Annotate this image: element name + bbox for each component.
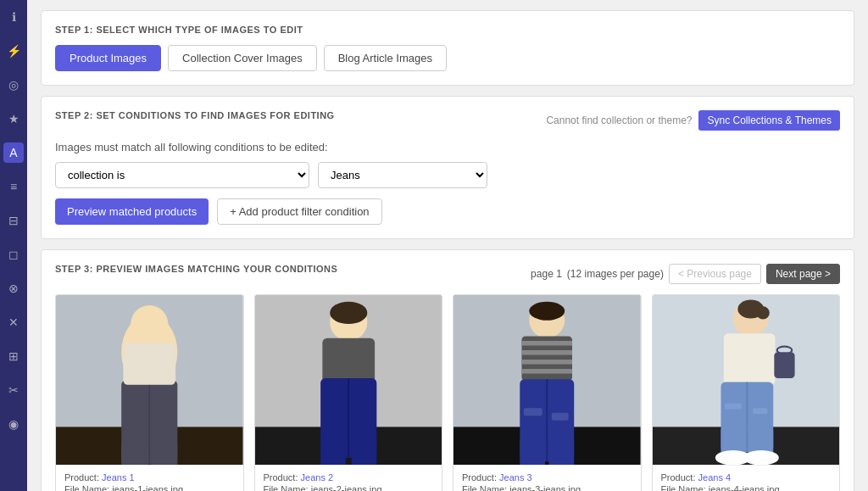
step3-header: STEP 3: PREVIEW IMAGES MATCHING YOUR CON… [55, 264, 840, 284]
step2-section: STEP 2: SET CONDITIONS TO FIND IMAGES FO… [41, 96, 854, 239]
product-label-4: Product: Jeans 4 [661, 472, 832, 483]
svg-rect-26 [521, 341, 572, 346]
pagination: page 1 (12 images per page) < Previous p… [531, 264, 840, 284]
image-type-buttons: Product Images Collection Cover Images B… [55, 45, 840, 71]
svg-rect-17 [320, 436, 346, 465]
product-link-3[interactable]: Jeans 3 [499, 472, 532, 483]
list-icon[interactable]: ≡ [3, 176, 24, 197]
info-icon[interactable]: ℹ [3, 7, 24, 27]
page-icon[interactable]: ◻ [3, 244, 24, 265]
step2-title: STEP 2: SET CONDITIONS TO FIND IMAGES FO… [55, 110, 335, 120]
product-info-1: Product: Jeans 1 File Name: jeans-1-jean… [56, 465, 243, 491]
product-info-2: Product: Jeans 2 File Name: jeans-2-jean… [255, 465, 442, 491]
condition-row: collection is product title is product t… [55, 162, 840, 188]
step3-title: STEP 3: PREVIEW IMAGES MATCHING YOUR CON… [55, 264, 337, 274]
product-label-1: Product: Jeans 1 [64, 472, 235, 483]
file-label-3: File Name: jeans-3-jeans.jpg [462, 484, 632, 491]
preview-matched-products-button[interactable]: Preview matched products [55, 198, 209, 225]
svg-rect-35 [548, 438, 574, 465]
svg-rect-42 [723, 333, 775, 385]
product-info-4: Product: Jeans 4 File Name: jeans-4-jean… [653, 465, 840, 491]
step1-section: STEP 1: SELECT WHICH TYPE OF IMAGES TO E… [41, 10, 854, 86]
product-grid: Product: Jeans 1 File Name: jeans-1-jean… [55, 294, 840, 491]
file-label-2: File Name: jeans-2-jeans.jpg [264, 484, 434, 491]
grid-icon[interactable]: ⊞ [3, 346, 24, 366]
action-buttons: Preview matched products + Add product f… [55, 198, 840, 225]
step2-header: STEP 2: SET CONDITIONS TO FIND IMAGES FO… [55, 110, 840, 131]
svg-rect-33 [552, 413, 569, 421]
collection-cover-images-button[interactable]: Collection Cover Images [168, 45, 317, 71]
adjust-icon[interactable]: ⊗ [3, 278, 24, 299]
svg-point-54 [756, 306, 769, 319]
sync-button[interactable]: Sync Collections & Themes [698, 110, 840, 131]
add-filter-condition-button[interactable]: + Add product filter condition [217, 198, 381, 225]
next-page-button[interactable]: Next page > [766, 264, 840, 284]
file-label-4: File Name: jeans-4-jeans.jpg [661, 484, 832, 491]
file-label-1: File Name: jeans-1-jeans.jpg [64, 484, 235, 491]
step1-title: STEP 1: SELECT WHICH TYPE OF IMAGES TO E… [55, 25, 840, 35]
svg-rect-29 [521, 369, 572, 374]
product-label-3: Product: Jeans 3 [462, 472, 632, 483]
product-link-2[interactable]: Jeans 2 [301, 472, 334, 483]
bolt-icon[interactable]: ⚡ [3, 41, 24, 61]
product-image-4 [653, 295, 840, 465]
product-card-3: Product: Jeans 3 File Name: jeans-3-jean… [453, 294, 642, 491]
svg-point-38 [529, 301, 565, 320]
filter-icon[interactable]: ⊟ [3, 210, 24, 231]
product-image-1 [56, 295, 243, 465]
main-content: STEP 1: SELECT WHICH TYPE OF IMAGES TO E… [27, 0, 868, 491]
page-label: page 1 [531, 268, 562, 280]
text-icon[interactable]: A [3, 142, 24, 163]
svg-rect-18 [351, 436, 376, 465]
product-card-2: Product: Jeans 2 File Name: jeans-2-jean… [254, 294, 443, 491]
svg-point-50 [743, 450, 778, 465]
svg-rect-5 [121, 441, 147, 465]
sidebar: ℹ ⚡ ◎ ★ A ≡ ⊟ ◻ ⊗ ✕ ⊞ ✂ ◉ [0, 0, 27, 491]
svg-rect-27 [521, 350, 572, 355]
svg-point-10 [131, 305, 168, 343]
drop-icon[interactable]: ◉ [3, 414, 24, 434]
conditions-intro: Images must match all following conditio… [55, 141, 840, 153]
svg-rect-28 [521, 360, 572, 365]
svg-rect-6 [151, 441, 177, 465]
product-card-4: Product: Jeans 4 File Name: jeans-4-jean… [652, 294, 841, 491]
svg-rect-9 [123, 343, 175, 385]
product-image-2 [255, 295, 442, 465]
scissors-icon[interactable]: ✂ [3, 380, 24, 400]
product-card-1: Product: Jeans 1 File Name: jeans-1-jean… [55, 294, 244, 491]
svg-rect-14 [322, 338, 375, 384]
product-info-3: Product: Jeans 3 File Name: jeans-3-jean… [453, 465, 641, 491]
product-link-4[interactable]: Jeans 4 [698, 472, 732, 483]
condition-value-select[interactable]: Jeans T-Shirts Dresses Hoodies [318, 162, 487, 188]
prev-page-button[interactable]: < Previous page [669, 264, 761, 284]
svg-rect-32 [524, 408, 542, 416]
product-images-button[interactable]: Product Images [55, 45, 161, 71]
cannot-find-hint: Cannot find collection or theme? [546, 114, 692, 126]
per-page-label: (12 images per page) [567, 268, 664, 280]
svg-rect-46 [752, 408, 767, 414]
tools-icon[interactable]: ✕ [3, 312, 24, 332]
condition-field-select[interactable]: collection is product title is product t… [55, 162, 309, 188]
svg-point-21 [330, 301, 367, 323]
product-link-1[interactable]: Jeans 1 [102, 472, 135, 483]
product-image-3 [453, 295, 641, 465]
clock-icon[interactable]: ◎ [3, 75, 24, 95]
svg-rect-45 [724, 404, 741, 410]
star-icon[interactable]: ★ [3, 109, 24, 129]
svg-rect-34 [520, 438, 545, 465]
product-label-2: Product: Jeans 2 [264, 472, 434, 483]
blog-article-images-button[interactable]: Blog Article Images [324, 45, 447, 71]
svg-rect-51 [774, 352, 794, 378]
step3-section: STEP 3: PREVIEW IMAGES MATCHING YOUR CON… [41, 249, 854, 491]
